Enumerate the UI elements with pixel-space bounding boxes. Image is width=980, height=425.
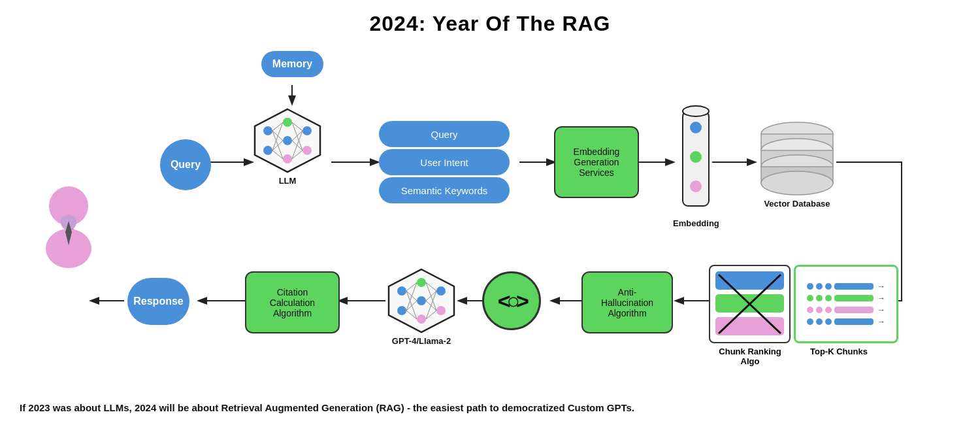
vector-db-label: Vector Database: [764, 199, 830, 209]
anti-hallucination-node: Anti- Hallucination Algorithm: [581, 271, 673, 333]
semantic-keywords-pill: Semantic Keywords: [379, 177, 510, 203]
user-intent-pill: User Intent: [379, 149, 510, 175]
svg-point-56: [397, 286, 406, 296]
svg-point-40: [690, 122, 702, 133]
gpt-hex-container: GPT-4/Llama-2: [385, 268, 457, 346]
embedding-label: Embedding: [673, 218, 719, 228]
svg-point-20: [263, 146, 272, 155]
svg-point-19: [263, 126, 272, 135]
query-pill: Query: [379, 121, 510, 147]
svg-point-59: [417, 296, 426, 305]
svg-point-24: [302, 126, 312, 135]
topk-label: Top-K Chunks: [810, 347, 868, 356]
svg-point-22: [283, 136, 292, 145]
svg-point-60: [417, 314, 426, 324]
svg-point-39: [683, 106, 709, 116]
gpt-label: GPT-4/Llama-2: [392, 336, 451, 346]
svg-point-49: [761, 171, 833, 195]
svg-point-41: [690, 151, 702, 163]
memory-node: Memory: [261, 51, 323, 77]
vector-db-node: Vector Database: [755, 118, 840, 209]
llm-hex: [252, 108, 323, 173]
gpt-hex: [385, 268, 457, 333]
response-circle: Response: [127, 278, 189, 325]
embedding-gen-node: Embedding Generation Services: [554, 126, 639, 198]
svg-point-25: [302, 146, 312, 155]
chunk-rank-box: [709, 265, 791, 343]
query-circle: Query: [160, 139, 211, 190]
bottom-text: If 2023 was about LLMs, 2024 will be abo…: [20, 402, 960, 413]
arrows-overlay: [0, 0, 980, 425]
svg-point-57: [397, 306, 406, 315]
embedding-cylinder: Embedding: [673, 98, 719, 228]
svg-point-58: [417, 278, 426, 287]
topk-chunks-box: → → → →: [794, 265, 898, 343]
citation-algo-node: Citation Calculation Algorithm: [245, 271, 340, 333]
diagram-container: 2024: Year Of The RAG: [0, 0, 980, 425]
svg-point-62: [436, 306, 446, 315]
chunk-rank-label: Chunk Ranking Algo: [711, 347, 789, 366]
svg-point-61: [436, 286, 446, 296]
prompt-container: <○> Prompt: [497, 271, 527, 285]
llm-label: LLM: [279, 176, 297, 186]
llm-hex-container: LLM: [252, 108, 323, 186]
prompt-circle: <○>: [482, 271, 541, 330]
person-icon: [36, 183, 101, 271]
page-title: 2024: Year Of The RAG: [0, 0, 980, 36]
svg-point-21: [283, 118, 292, 127]
svg-point-23: [283, 154, 292, 163]
svg-point-42: [690, 180, 702, 192]
